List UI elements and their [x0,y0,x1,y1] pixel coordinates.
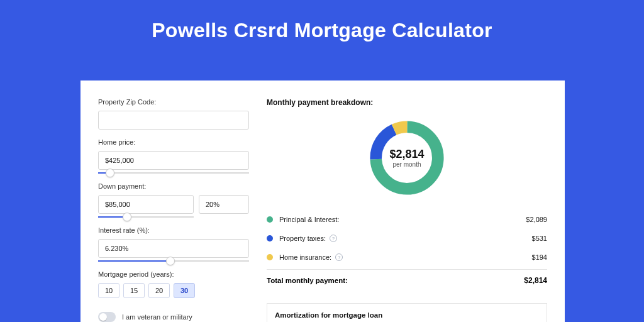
rate-slider-thumb[interactable] [166,257,175,265]
down-payment-pct-input[interactable] [199,195,249,214]
rate-group: Interest rate (%): [98,226,249,262]
rate-input[interactable] [98,239,249,258]
rate-slider-fill [98,260,170,262]
zip-group: Property Zip Code: [98,98,249,130]
home-price-input[interactable] [98,151,249,170]
calculator-card: Property Zip Code: Home price: Down paym… [80,80,565,322]
breakdown-heading: Monthly payment breakdown: [267,98,547,107]
info-icon[interactable]: ? [335,253,343,261]
period-option-10[interactable]: 10 [98,283,119,298]
period-option-20[interactable]: 20 [148,283,170,298]
donut-center-value: $2,814 [389,148,424,161]
legend-label: Property taxes: [279,235,326,242]
legend-total-value: $2,814 [524,276,547,285]
legend-row-1: Property taxes:?$531 [267,229,547,248]
down-payment-group: Down payment: [98,182,249,218]
columns: Property Zip Code: Home price: Down paym… [80,80,565,322]
period-option-30[interactable]: 30 [174,283,195,298]
legend-value: $531 [532,235,547,242]
legend-label: Home insurance: [279,253,331,261]
period-group: Mortgage period (years): 10152030 [98,270,249,298]
legend: Principal & Interest:$2,089Property taxe… [267,210,547,267]
legend-total-label: Total monthly payment: [267,277,348,284]
down-payment-slider[interactable] [98,216,194,218]
veteran-toggle[interactable] [98,312,116,322]
donut-center: $2,814 per month [366,117,448,199]
veteran-label: I am veteran or military [122,313,192,321]
page-root: Powells Crsrd Mortgage Calculator Proper… [0,0,644,322]
donut-center-sub: per month [392,161,421,168]
form-panel: Property Zip Code: Home price: Down paym… [98,98,249,322]
down-payment-row [98,195,249,218]
home-price-slider-thumb[interactable] [106,169,114,177]
legend-total-row: Total monthly payment: $2,814 [267,269,547,291]
veteran-toggle-knob [99,313,107,321]
amortization-heading: Amortization for mortgage loan [275,311,539,319]
info-icon[interactable]: ? [330,235,337,242]
page-title: Powells Crsrd Mortgage Calculator [0,0,644,42]
legend-row-2: Home insurance:?$194 [267,248,547,267]
veteran-row: I am veteran or military [98,312,249,322]
legend-dot [267,216,273,223]
down-payment-amount-input[interactable] [98,195,194,214]
down-payment-slider-thumb[interactable] [123,213,131,221]
legend-value: $194 [532,253,547,261]
legend-row-0: Principal & Interest:$2,089 [267,210,547,229]
down-payment-amount-wrap [98,195,194,218]
rate-slider[interactable] [98,260,249,262]
amortization-box: Amortization for mortgage loan Amortizat… [267,303,547,322]
period-label: Mortgage period (years): [98,270,249,278]
legend-value: $2,089 [526,216,547,223]
breakdown-panel: Monthly payment breakdown: $2,814 per mo… [267,98,547,322]
down-payment-pct-wrap [199,195,249,218]
legend-dot [267,254,273,260]
home-price-slider[interactable] [98,172,249,174]
zip-label: Property Zip Code: [98,98,249,106]
donut-wrap: $2,814 per month [267,113,547,206]
zip-input[interactable] [98,111,249,130]
legend-dot [267,235,273,242]
legend-label: Principal & Interest: [279,216,339,223]
home-price-label: Home price: [98,138,249,146]
donut-chart: $2,814 per month [366,117,448,199]
down-payment-label: Down payment: [98,182,249,190]
rate-label: Interest rate (%): [98,226,249,234]
home-price-group: Home price: [98,138,249,174]
period-option-15[interactable]: 15 [123,283,145,298]
period-options: 10152030 [98,283,249,298]
